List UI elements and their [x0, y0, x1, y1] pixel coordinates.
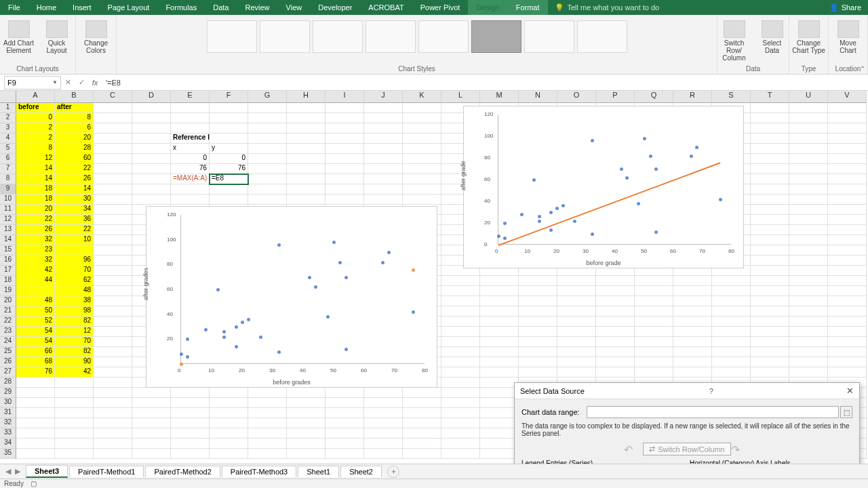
cell-C24[interactable]: [94, 337, 132, 347]
cell-M33[interactable]: [480, 428, 519, 439]
cell-C35[interactable]: [94, 449, 132, 459]
cell-R24[interactable]: [673, 337, 712, 347]
cell-C8[interactable]: [94, 174, 132, 184]
cell-B2[interactable]: 8: [55, 113, 94, 123]
cell-K33[interactable]: [403, 428, 441, 439]
cell-V24[interactable]: [828, 337, 867, 347]
cell-V9[interactable]: [828, 184, 867, 195]
cell-B25[interactable]: 82: [55, 347, 94, 357]
cell-C27[interactable]: [94, 367, 132, 378]
cell-G3[interactable]: [248, 123, 287, 134]
cell-V12[interactable]: [828, 215, 867, 225]
cell-V23[interactable]: [828, 327, 867, 337]
cell-M29[interactable]: [480, 388, 519, 398]
row-header-32[interactable]: 32: [0, 418, 16, 428]
cell-T7[interactable]: [751, 164, 789, 174]
cell-D5[interactable]: [132, 144, 171, 154]
cell-K32[interactable]: [403, 418, 441, 428]
col-header-I[interactable]: I: [326, 91, 364, 103]
cell-B14[interactable]: 10: [55, 235, 94, 245]
col-header-A[interactable]: A: [16, 91, 55, 103]
cell-D2[interactable]: [132, 113, 171, 123]
cell-G33[interactable]: [248, 428, 287, 439]
cell-H4[interactable]: [287, 134, 326, 144]
cell-V7[interactable]: [828, 164, 867, 174]
cell-A31[interactable]: [16, 408, 55, 418]
cell-J34[interactable]: [364, 439, 403, 449]
cell-L29[interactable]: [441, 388, 480, 398]
cell-S22[interactable]: [712, 317, 751, 327]
collapse-ribbon-icon[interactable]: ⌃: [860, 65, 865, 73]
cell-C25[interactable]: [94, 347, 132, 357]
col-header-E[interactable]: E: [171, 91, 210, 103]
cell-N23[interactable]: [519, 327, 557, 337]
cell-H3[interactable]: [287, 123, 326, 134]
cell-T19[interactable]: [751, 286, 789, 296]
cell-S20[interactable]: [712, 296, 751, 306]
cancel-formula-icon[interactable]: ✕: [61, 78, 75, 87]
cell-I5[interactable]: [326, 144, 364, 154]
cell-Q24[interactable]: [635, 337, 673, 347]
cell-V4[interactable]: [828, 134, 867, 144]
cell-S25[interactable]: [712, 347, 751, 357]
row-header-17[interactable]: 17: [0, 266, 16, 276]
cell-L35[interactable]: [441, 449, 480, 459]
cell-O22[interactable]: [557, 317, 596, 327]
cell-A22[interactable]: 52: [16, 317, 55, 327]
cell-T8[interactable]: [751, 174, 789, 184]
style-5[interactable]: [418, 20, 469, 53]
tab-home[interactable]: Home: [28, 0, 64, 15]
cell-A24[interactable]: 54: [16, 337, 55, 347]
cell-F4[interactable]: [210, 134, 248, 144]
cell-H7[interactable]: [287, 164, 326, 174]
cell-T18[interactable]: [751, 276, 789, 286]
cell-R26[interactable]: [673, 357, 712, 367]
cell-T5[interactable]: [751, 144, 789, 154]
row-header-18[interactable]: 18: [0, 276, 16, 286]
cell-T13[interactable]: [751, 225, 789, 235]
cell-L20[interactable]: [441, 296, 480, 306]
cell-I30[interactable]: [326, 398, 364, 408]
cell-J6[interactable]: [364, 154, 403, 164]
cell-F32[interactable]: [210, 418, 248, 428]
fx-icon[interactable]: fx: [88, 79, 102, 87]
cell-V8[interactable]: [828, 174, 867, 184]
cell-G5[interactable]: [248, 144, 287, 154]
row-header-11[interactable]: 11: [0, 205, 16, 215]
cell-U7[interactable]: [789, 164, 828, 174]
row-header-10[interactable]: 10: [0, 195, 16, 205]
cell-H6[interactable]: [287, 154, 326, 164]
cell-T26[interactable]: [751, 357, 789, 367]
cell-F5[interactable]: y: [210, 144, 248, 154]
cell-K4[interactable]: [403, 134, 441, 144]
cell-T14[interactable]: [751, 235, 789, 245]
cell-U11[interactable]: [789, 205, 828, 215]
cell-U25[interactable]: [789, 347, 828, 357]
cell-Q18[interactable]: [635, 276, 673, 286]
sheet-tab-pairedt3[interactable]: PairedT-Method3: [222, 466, 296, 477]
col-header-C[interactable]: C: [94, 91, 132, 103]
cell-A9[interactable]: 18: [16, 184, 55, 195]
cell-K8[interactable]: [403, 174, 441, 184]
cell-F10[interactable]: [210, 195, 248, 205]
cell-V6[interactable]: [828, 154, 867, 164]
cell-V20[interactable]: [828, 296, 867, 306]
cell-M27[interactable]: [480, 367, 519, 378]
cell-B29[interactable]: [55, 388, 94, 398]
cell-K6[interactable]: [403, 154, 441, 164]
cell-B26[interactable]: 90: [55, 357, 94, 367]
cell-A29[interactable]: [16, 388, 55, 398]
cell-J29[interactable]: [364, 388, 403, 398]
cell-U23[interactable]: [789, 327, 828, 337]
cell-U15[interactable]: [789, 245, 828, 256]
chart-styles-gallery[interactable]: [207, 16, 627, 64]
cell-L31[interactable]: [441, 408, 480, 418]
cell-L28[interactable]: [441, 378, 480, 388]
cell-L25[interactable]: [441, 347, 480, 357]
cell-M25[interactable]: [480, 347, 519, 357]
cell-R27[interactable]: [673, 367, 712, 378]
row-header-30[interactable]: 30: [0, 398, 16, 408]
cell-L32[interactable]: [441, 418, 480, 428]
row-header-33[interactable]: 33: [0, 428, 16, 439]
cell-A35[interactable]: [16, 449, 55, 459]
